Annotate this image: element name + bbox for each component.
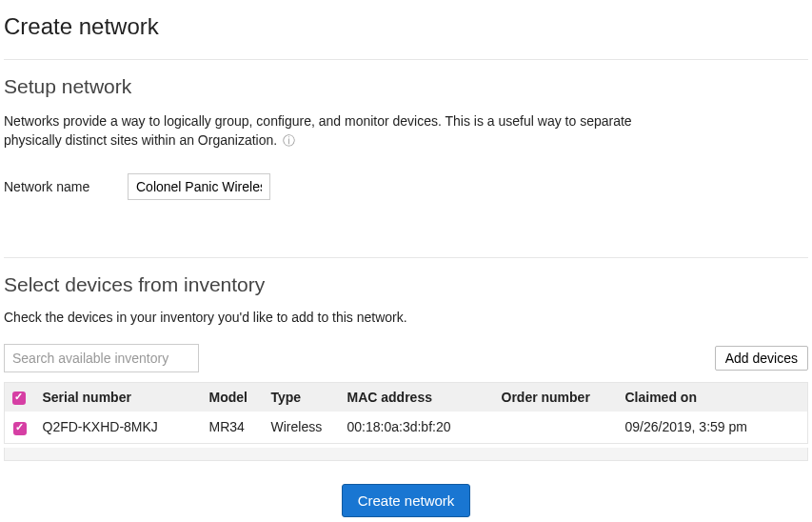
header-model[interactable]: Model xyxy=(202,383,264,412)
cell-claimed: 09/26/2019, 3:59 pm xyxy=(618,412,808,443)
inventory-heading: Select devices from inventory xyxy=(4,273,808,296)
cell-order xyxy=(494,412,618,443)
setup-description: Networks provide a way to logically grou… xyxy=(4,111,689,151)
header-type[interactable]: Type xyxy=(264,383,340,412)
select-devices-section: Select devices from inventory Check the … xyxy=(4,257,808,517)
create-network-button[interactable]: Create network xyxy=(342,484,471,517)
network-name-row: Network name xyxy=(4,173,808,200)
setup-description-text: Networks provide a way to logically grou… xyxy=(4,113,632,148)
inventory-description: Check the devices in your inventory you'… xyxy=(4,310,808,325)
add-devices-button[interactable]: Add devices xyxy=(715,346,808,371)
search-inventory-input[interactable] xyxy=(4,344,199,372)
info-icon[interactable]: ⓘ xyxy=(283,132,295,151)
header-mac[interactable]: MAC address xyxy=(340,383,494,412)
table-header-row: Serial number Model Type MAC address Ord… xyxy=(5,383,808,412)
inventory-toolbar: Add devices xyxy=(4,344,808,372)
select-all-header xyxy=(5,383,35,412)
cell-mac: 00:18:0a:3d:bf:20 xyxy=(340,412,494,443)
page-title: Create network xyxy=(4,13,808,40)
row-check-cell xyxy=(5,412,35,443)
row-checkbox[interactable] xyxy=(13,422,27,435)
table-footer-bar xyxy=(4,448,808,461)
setup-network-section: Setup network Networks provide a way to … xyxy=(4,59,808,200)
device-table: Serial number Model Type MAC address Ord… xyxy=(4,382,808,444)
header-order[interactable]: Order number xyxy=(494,383,618,412)
cell-serial: Q2FD-KXHD-8MKJ xyxy=(35,412,202,443)
select-all-checkbox[interactable] xyxy=(12,392,26,405)
table-row[interactable]: Q2FD-KXHD-8MKJ MR34 Wireless 00:18:0a:3d… xyxy=(5,412,808,443)
header-claimed[interactable]: Claimed on xyxy=(618,383,808,412)
network-name-label: Network name xyxy=(4,179,128,194)
network-name-input[interactable] xyxy=(128,173,270,200)
header-serial[interactable]: Serial number xyxy=(35,383,202,412)
cell-model: MR34 xyxy=(202,412,264,443)
setup-heading: Setup network xyxy=(4,75,808,98)
cell-type: Wireless xyxy=(264,412,340,443)
create-button-row: Create network xyxy=(4,484,808,517)
